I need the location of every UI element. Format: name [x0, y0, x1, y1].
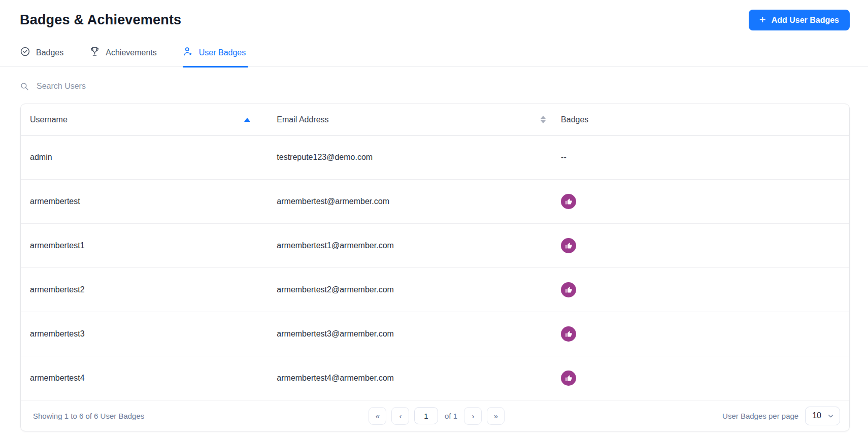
sort-both-icon[interactable]	[541, 116, 546, 123]
plus-icon: +	[759, 14, 766, 25]
tab-user-badges[interactable]: User Badges	[183, 46, 249, 66]
search-bar	[0, 81, 868, 91]
column-header-badges: Badges	[552, 115, 849, 124]
email-cell: armembertest2@armember.com	[268, 285, 552, 294]
pagination: « ‹ of 1 › »	[369, 407, 505, 425]
user-badge-icon	[183, 46, 193, 59]
badges-cell	[552, 194, 849, 209]
username-cell: armembertest1	[21, 241, 268, 250]
page-title: Badges & Achievements	[20, 12, 181, 28]
prev-page-button[interactable]: ‹	[391, 407, 409, 425]
page-number-input[interactable]	[414, 407, 438, 424]
top-bar: Badges & Achievements + Add User Badges	[0, 0, 868, 30]
table-row: armembertest2 armembertest2@armember.com	[21, 268, 849, 312]
tab-user-badges-label: User Badges	[199, 48, 246, 57]
table-row: armembertest armembertest@armember.com	[21, 180, 849, 224]
thumbs-up-badge-icon	[561, 371, 576, 386]
table-body: admin testrepute123@demo.com -- armember…	[21, 136, 849, 400]
badge-check-icon	[20, 46, 30, 59]
thumbs-up-badge-icon	[561, 282, 576, 297]
username-cell: admin	[21, 153, 268, 162]
last-page-button[interactable]: »	[487, 407, 505, 425]
badges-cell	[552, 282, 849, 297]
username-cell: armembertest4	[21, 374, 268, 383]
results-summary: Showing 1 to 6 of 6 User Badges	[33, 412, 369, 420]
first-page-button[interactable]: «	[369, 407, 386, 425]
table-row: armembertest1 armembertest1@armember.com	[21, 224, 849, 268]
tab-achievements[interactable]: Achievements	[89, 46, 159, 66]
trophy-icon	[89, 46, 100, 59]
email-cell: armembertest3@armember.com	[268, 329, 552, 339]
user-badges-table: Username Email Address Badges admin test…	[20, 104, 850, 431]
sort-asc-icon[interactable]	[244, 118, 250, 122]
username-cell: armembertest3	[21, 329, 268, 339]
per-page-label: User Badges per page	[722, 412, 798, 420]
per-page-select[interactable]: 10	[805, 407, 840, 425]
badges-cell	[552, 326, 849, 342]
table-row: admin testrepute123@demo.com --	[21, 136, 849, 180]
email-cell: armembertest1@armember.com	[268, 241, 552, 250]
search-icon	[20, 82, 29, 91]
badges-cell: --	[552, 153, 849, 162]
search-input[interactable]	[36, 81, 279, 91]
tab-achievements-label: Achievements	[106, 48, 157, 57]
thumbs-up-badge-icon	[561, 194, 576, 209]
chevron-down-icon	[827, 413, 834, 419]
tab-badges-label: Badges	[36, 48, 63, 57]
page-of-label: of 1	[445, 412, 457, 420]
badges-cell	[552, 238, 849, 253]
add-user-badges-button[interactable]: + Add User Badges	[749, 10, 850, 30]
badges-cell	[552, 371, 849, 386]
per-page-value: 10	[812, 411, 821, 420]
column-header-email[interactable]: Email Address	[268, 115, 552, 124]
email-cell: armembertest4@armember.com	[268, 374, 552, 383]
thumbs-up-badge-icon	[561, 326, 576, 342]
column-header-username[interactable]: Username	[21, 115, 268, 124]
tab-badges[interactable]: Badges	[20, 46, 66, 66]
table-header-row: Username Email Address Badges	[21, 104, 849, 136]
thumbs-up-badge-icon	[561, 238, 576, 253]
email-cell: armembertest@armember.com	[268, 197, 552, 206]
username-cell: armembertest	[21, 197, 268, 206]
table-footer: Showing 1 to 6 of 6 User Badges « ‹ of 1…	[21, 400, 849, 431]
next-page-button[interactable]: ›	[464, 407, 482, 425]
table-row: armembertest4 armembertest4@armember.com	[21, 356, 849, 400]
table-row: armembertest3 armembertest3@armember.com	[21, 312, 849, 356]
username-cell: armembertest2	[21, 285, 268, 294]
tab-bar: Badges Achievements User Badges	[0, 46, 868, 67]
email-cell: testrepute123@demo.com	[268, 153, 552, 162]
add-user-badges-label: Add User Badges	[772, 16, 839, 25]
